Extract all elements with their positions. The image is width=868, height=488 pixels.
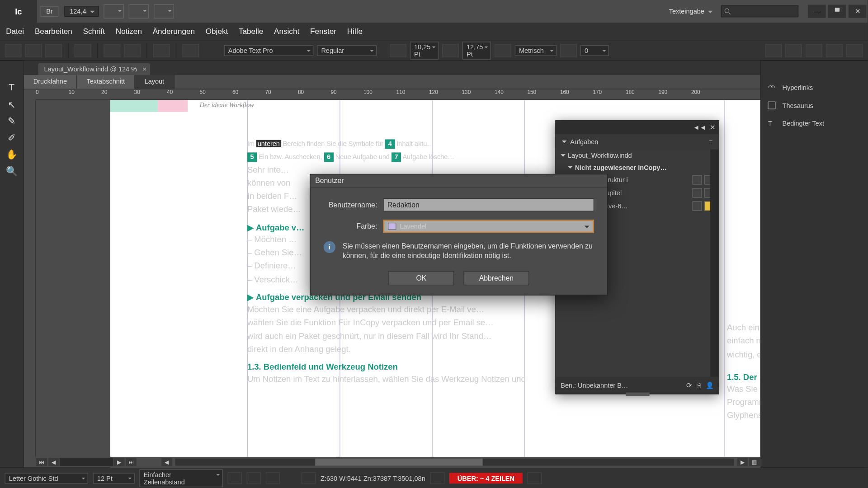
help-search[interactable] — [721, 5, 798, 17]
checkout-icon[interactable]: ⎘ — [697, 382, 701, 389]
cancel-button[interactable]: Abbrechen — [463, 271, 529, 286]
pilcrow-icon[interactable] — [153, 44, 170, 57]
menu-fenster[interactable]: Fenster — [310, 27, 336, 36]
align-justify2-icon[interactable] — [846, 44, 863, 57]
save-icon[interactable] — [45, 44, 62, 57]
align-center-icon[interactable] — [785, 44, 802, 57]
book-icon — [767, 101, 776, 110]
panel-menu-icon[interactable]: ≡ — [709, 138, 712, 145]
panel-collapse-icon[interactable]: ◄◄ — [693, 124, 706, 131]
update-icon[interactable]: ⟳ — [686, 381, 692, 389]
username-label: Benutzername: — [324, 201, 383, 209]
panel-file[interactable]: Layout_Workflow.indd — [556, 150, 719, 161]
edit-icon[interactable] — [693, 188, 702, 197]
menu-datei[interactable]: Datei — [6, 27, 24, 36]
menu-hilfe[interactable]: Hilfe — [347, 27, 363, 36]
menu-notizen[interactable]: Notizen — [116, 27, 142, 36]
split-view-icon[interactable]: ▥ — [749, 458, 760, 466]
align-justify-icon[interactable] — [826, 44, 843, 57]
status-size-select[interactable]: 12 Pt — [93, 473, 135, 483]
status-icon-3[interactable] — [266, 472, 280, 484]
ruler-vertical[interactable] — [24, 100, 36, 456]
username-input[interactable] — [383, 198, 594, 211]
overset-indicator[interactable]: ÜBER: ~ 4 ZEILEN — [449, 473, 523, 483]
page-number-field[interactable] — [60, 458, 113, 466]
scroll-right-icon[interactable]: ▶ — [737, 458, 748, 466]
status-icon-4[interactable] — [302, 472, 316, 484]
position-tool-icon[interactable]: ↖ — [3, 97, 20, 112]
panel-group[interactable]: Nicht zugewiesener InCopy… — [556, 161, 719, 173]
find-icon[interactable] — [104, 44, 120, 57]
maximize-button[interactable]: ▀ — [828, 5, 846, 18]
menu-objekt[interactable]: Objekt — [206, 27, 228, 36]
menu-ansicht[interactable]: Ansicht — [274, 27, 299, 36]
panel-title[interactable]: Aufgaben ≡ — [556, 134, 719, 150]
view-galley[interactable]: Druckfahne — [24, 75, 77, 89]
status-menu-icon[interactable] — [528, 472, 542, 484]
workspace-select[interactable]: Texteingabe — [664, 6, 716, 16]
font-style-select[interactable]: Regular — [317, 45, 377, 56]
zoom-select[interactable]: 124,4 — [64, 6, 99, 17]
para-menu-icon[interactable] — [182, 44, 199, 57]
view-mode-icon[interactable] — [104, 4, 124, 19]
status-icon-1[interactable] — [227, 472, 242, 484]
view-story[interactable]: Textabschnitt — [77, 75, 135, 89]
font-size-input[interactable]: 10,25 Pt — [410, 42, 439, 60]
font-family-select[interactable]: Adobe Text Pro — [224, 45, 314, 56]
menu-aenderungen[interactable]: Änderungen — [153, 27, 195, 36]
screen-mode-icon[interactable] — [128, 4, 149, 19]
close-tab-icon[interactable]: × — [143, 66, 146, 73]
arrange-icon[interactable] — [153, 4, 174, 19]
minimize-button[interactable]: — — [808, 5, 826, 18]
bridge-button[interactable]: Br — [41, 6, 59, 17]
dialog-title[interactable]: Benutzer — [311, 174, 607, 188]
align-right-icon[interactable] — [806, 44, 822, 57]
user-icon[interactable]: 👤 — [706, 381, 714, 389]
edit-icon[interactable] — [693, 201, 702, 211]
prev-page-icon[interactable]: ◀ — [48, 458, 59, 466]
hand-tool-icon[interactable]: ✋ — [3, 146, 20, 162]
eyedropper-tool-icon[interactable]: ✐ — [3, 130, 20, 145]
menu-schrift[interactable]: Schrift — [83, 27, 105, 36]
status-icon-5[interactable] — [430, 472, 444, 484]
panel-close-icon[interactable]: ✕ — [710, 123, 715, 131]
menu-tabelle[interactable]: Tabelle — [239, 27, 263, 36]
document-tab[interactable]: Layout_Workflow.indd @ 124 % × — [38, 63, 150, 75]
view-tabs: Druckfahne Textabschnitt Layout — [24, 75, 760, 89]
svg-line-1 — [729, 13, 731, 14]
print-icon[interactable] — [75, 44, 91, 57]
hyperlinks-panel-tab[interactable]: Hyperlinks — [761, 79, 868, 97]
align-left-icon[interactable] — [765, 44, 782, 57]
next-page-icon[interactable]: ▶ — [114, 458, 125, 466]
status-icon-2[interactable] — [247, 472, 261, 484]
open-icon[interactable] — [25, 44, 42, 57]
conditional-text-panel-tab[interactable]: TBedingter Text — [761, 114, 868, 132]
note-tool-icon[interactable]: ✎ — [3, 113, 20, 128]
thesaurus-panel-tab[interactable]: Thesaurus — [761, 97, 868, 115]
status-leading-select[interactable]: Einfacher Zeilenabstand — [139, 469, 223, 487]
leading-input[interactable]: 12,75 Pt — [462, 42, 491, 60]
zoom-tool-icon[interactable]: 🔍 — [3, 163, 20, 178]
status-font-select[interactable]: Letter Gothic Std — [5, 473, 89, 483]
tracking-input[interactable]: 0 — [580, 45, 609, 56]
close-button[interactable]: ✕ — [849, 5, 867, 18]
view-layout[interactable]: Layout — [135, 75, 174, 89]
type-tool-icon[interactable]: T — [3, 80, 20, 95]
scroll-left-icon[interactable]: ◀ — [161, 458, 172, 466]
document-tabs: Layout_Workflow.indd @ 124 % × — [24, 61, 760, 75]
menu-bearbeiten[interactable]: Bearbeiten — [35, 27, 72, 36]
control-strip: Adobe Text Pro Regular 10,25 Pt 12,75 Pt… — [0, 41, 868, 61]
h-scrollbar[interactable] — [175, 459, 734, 466]
panel-scrollbar[interactable] — [710, 150, 718, 377]
svg-point-0 — [725, 9, 729, 13]
color-select[interactable]: Lavendel — [383, 220, 594, 233]
edit-icon[interactable] — [693, 175, 702, 184]
last-page-icon[interactable]: ⏭ — [126, 458, 137, 466]
new-icon[interactable] — [5, 44, 22, 57]
first-page-icon[interactable]: ⏮ — [36, 458, 47, 466]
kerning-select[interactable]: Metrisch — [515, 45, 557, 56]
spell-icon[interactable] — [124, 44, 141, 57]
panel-resize-grip[interactable] — [625, 393, 649, 396]
ok-button[interactable]: OK — [388, 271, 454, 286]
ruler-horizontal[interactable]: 0 10 20 30 40 50 60 70 80 90 100 110 120… — [36, 89, 760, 100]
